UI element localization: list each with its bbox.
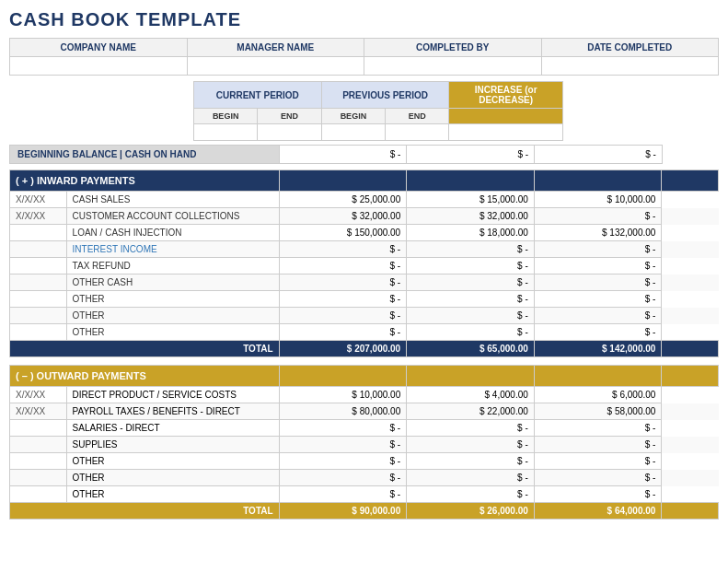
inward-date-5 [10,274,67,291]
inward-desc-8: OTHER [66,324,279,341]
inward-current-5: $ - [279,274,407,291]
outward-desc-1: PAYROLL TAXES / BENEFITS - DIRECT [66,403,279,420]
inward-date-0: X/X/XX [10,192,67,208]
period-table: CURRENT PERIOD PREVIOUS PERIOD INCREASE … [9,81,719,141]
outward-current-3: $ - [279,437,407,453]
outward-row-0: X/X/XX DIRECT PRODUCT / SERVICE COSTS $ … [10,387,719,403]
inward-total-row: TOTAL $ 207,000.00 $ 65,000.00 $ 142,000… [10,341,719,357]
increase-header: INCREASE (or DECREASE) [449,82,562,109]
inward-desc-2: LOAN / CASH INJECTION [66,225,279,241]
inward-total-previous: $ 65,000.00 [407,341,535,357]
current-begin-value[interactable] [193,124,257,141]
balance-increase: $ - [535,146,663,164]
balance-previous: $ - [407,146,535,164]
outward-row-1: X/X/XX PAYROLL TAXES / BENEFITS - DIRECT… [10,403,719,420]
inward-previous-3: $ - [407,241,535,258]
outward-previous-4: $ - [407,453,535,470]
inward-date-6 [10,291,67,308]
outward-date-6 [10,486,67,503]
inward-row-5: OTHER CASH $ - $ - $ - [10,274,719,291]
previous-begin-value[interactable] [321,124,385,141]
outward-row-4: OTHER $ - $ - $ - [10,453,719,470]
outward-date-0: X/X/XX [10,387,67,403]
outward-desc-0: DIRECT PRODUCT / SERVICE COSTS [66,387,279,403]
inward-current-2: $ 150,000.00 [279,225,407,241]
inward-desc-0: CASH SALES [66,192,279,208]
outward-section-label: ( – ) OUTWARD PAYMENTS [10,366,280,387]
outward-desc-3: SUPPLIES [66,437,279,453]
outward-total-current: $ 90,000.00 [279,503,407,520]
inward-previous-5: $ - [407,274,535,291]
company-name-value[interactable] [10,57,188,76]
outward-total-previous: $ 26,000.00 [407,503,535,520]
inward-row-2: LOAN / CASH INJECTION $ 150,000.00 $ 18,… [10,225,719,241]
outward-increase-2: $ - [534,420,662,437]
manager-name-value[interactable] [187,57,364,76]
outward-current-4: $ - [279,453,407,470]
outward-row-5: OTHER $ - $ - $ - [10,470,719,486]
outward-desc-5: OTHER [66,470,279,486]
inward-desc-7: OTHER [66,308,279,324]
inward-desc-6: OTHER [66,291,279,308]
outward-desc-6: OTHER [66,486,279,503]
inward-header-row: ( + ) INWARD PAYMENTS [10,170,719,192]
inward-previous-8: $ - [407,324,535,341]
inward-current-8: $ - [279,324,407,341]
outward-date-4 [10,453,67,470]
inward-date-3 [10,241,67,258]
increase-value[interactable] [449,124,562,141]
outward-increase-3: $ - [534,437,662,453]
inward-row-6: OTHER $ - $ - $ - [10,291,719,308]
outward-increase-5: $ - [534,470,662,486]
date-completed-value[interactable] [541,57,719,76]
inward-row-1: X/X/XX CUSTOMER ACCOUNT COLLECTIONS $ 32… [10,208,719,225]
completed-by-value[interactable] [364,57,542,76]
outward-date-3 [10,437,67,453]
inward-increase-8: $ - [534,324,662,341]
inward-date-2 [10,225,67,241]
inward-current-6: $ - [279,291,407,308]
inward-increase-4: $ - [534,258,662,274]
outward-header-row: ( – ) OUTWARD PAYMENTS [10,366,719,387]
page-title: CASH BOOK TEMPLATE [9,9,719,30]
current-end-value[interactable] [258,124,321,141]
outward-previous-5: $ - [407,470,535,486]
inward-increase-0: $ 10,000.00 [534,192,662,208]
header-table: COMPANY NAME MANAGER NAME COMPLETED BY D… [9,38,719,76]
outward-increase-4: $ - [534,453,662,470]
inward-current-0: $ 25,000.00 [279,192,407,208]
current-begin-header: BEGIN [193,109,257,124]
inward-current-1: $ 32,000.00 [279,208,407,225]
date-completed-header: DATE COMPLETED [541,39,719,57]
outward-row-3: SUPPLIES $ - $ - $ - [10,437,719,453]
inward-previous-7: $ - [407,308,535,324]
outward-current-6: $ - [279,486,407,503]
outward-increase-1: $ 58,000.00 [534,403,662,420]
inward-payments-table: ( + ) INWARD PAYMENTS X/X/XX CASH SALES … [9,169,719,357]
previous-end-value[interactable] [386,124,449,141]
outward-previous-1: $ 22,000.00 [407,403,535,420]
outward-date-5 [10,470,67,486]
outward-current-2: $ - [279,420,407,437]
outward-date-1: X/X/XX [10,403,67,420]
outward-total-row: TOTAL $ 90,000.00 $ 26,000.00 $ 64,000.0… [10,503,719,520]
outward-desc-4: OTHER [66,453,279,470]
outward-increase-6: $ - [534,486,662,503]
inward-previous-1: $ 32,000.00 [407,208,535,225]
current-end-header: END [258,109,321,124]
inward-desc-1: CUSTOMER ACCOUNT COLLECTIONS [66,208,279,225]
inward-increase-1: $ - [534,208,662,225]
outward-increase-0: $ 6,000.00 [534,387,662,403]
inward-previous-6: $ - [407,291,535,308]
current-period-header: CURRENT PERIOD [193,82,321,109]
inward-row-7: OTHER $ - $ - $ - [10,308,719,324]
inward-row-8: OTHER $ - $ - $ - [10,324,719,341]
company-name-header: COMPANY NAME [10,39,188,57]
balance-label: BEGINNING BALANCE | CASH ON HAND [10,146,280,164]
outward-date-2 [10,420,67,437]
inward-previous-0: $ 15,000.00 [407,192,535,208]
completed-by-header: COMPLETED BY [364,39,542,57]
inward-current-4: $ - [279,258,407,274]
inward-desc-3: INTEREST INCOME [66,241,279,258]
inward-increase-5: $ - [534,274,662,291]
